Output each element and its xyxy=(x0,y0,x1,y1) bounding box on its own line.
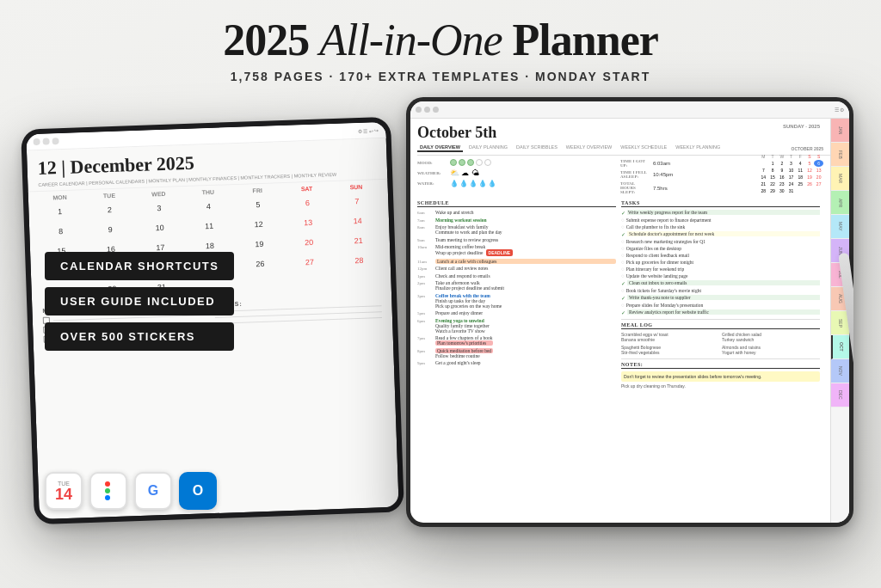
check-1: ✓ xyxy=(621,210,625,216)
mood-label: MOOD: xyxy=(417,161,447,165)
mc-21: 20 xyxy=(814,174,823,181)
mc-32: 31 xyxy=(786,187,796,194)
task-4: ✓ Schedule doctor's appointment for next… xyxy=(621,231,820,237)
mcd-s: S xyxy=(805,153,815,160)
time-7am: 7am xyxy=(417,217,433,223)
tr-schedule-col: SCHEDULE 6am Wake up and stretch 7am Mor… xyxy=(417,200,616,389)
mc-26: 25 xyxy=(796,181,805,187)
mc-30: 29 xyxy=(768,187,778,194)
mood-circles xyxy=(450,159,491,166)
act-9am: Team meeting to review progress xyxy=(435,237,616,242)
act-2pm-2: Finalize project deadline and submit xyxy=(435,285,504,291)
mood-c5 xyxy=(484,159,491,166)
mc-10: 9 xyxy=(777,167,786,174)
mc-20: 19 xyxy=(805,174,815,181)
tab-feb[interactable]: FEB xyxy=(831,143,849,167)
tr-notes-section: NOTES: Don't forget to review the presen… xyxy=(621,358,820,389)
check-4: ✓ xyxy=(621,231,625,237)
water-drops: 💧 💧 💧 💧 💧 xyxy=(450,180,496,187)
drop3: 💧 xyxy=(469,180,477,187)
act-3pm-group: Coffee break with the team Finish up tas… xyxy=(435,293,502,309)
cal-cell-1: 1 xyxy=(35,201,84,222)
time-got-up-val: 6:03am xyxy=(653,161,670,166)
act-8am-group: Enjoy breakfast with family Commute to w… xyxy=(435,224,502,235)
cal-cell-27: 27 xyxy=(285,252,334,273)
task-text-4: Schedule doctor's appointment for next w… xyxy=(627,231,820,236)
mcd-t: T xyxy=(768,153,778,160)
mc-18: 17 xyxy=(786,174,796,181)
app-icons: TUE 14 xyxy=(45,472,217,510)
tab-weekly-planning[interactable]: WEEKLY PLANNING xyxy=(673,144,723,152)
tab-weekly-overview[interactable]: WEEKLY OVERVIEW xyxy=(564,144,615,152)
check-5: ○ xyxy=(621,239,625,244)
time-11am: 11am xyxy=(417,259,433,264)
mc-23: 22 xyxy=(768,181,778,187)
act-8am-2: Commute to work and plan the day xyxy=(435,230,502,235)
notes-line-2 xyxy=(215,311,382,318)
tab-weekly-schedule[interactable]: WEEKLY SCHEDULE xyxy=(618,144,669,152)
tab-oct[interactable]: OCT xyxy=(831,335,849,359)
tab-daily-planning[interactable]: DAILY PLANNING xyxy=(466,144,510,152)
tab-may[interactable]: MAY xyxy=(831,215,849,239)
devices-container: ⚙ ☰ ↩ ↪ 12 | December 2025 CAREER CALEND… xyxy=(28,97,853,536)
title-italic: All-in-One xyxy=(319,15,502,64)
app-icon-gcal: G xyxy=(134,472,172,510)
act-10am-group: Mid-morning coffee break Wrap up project… xyxy=(435,244,513,256)
act-7pm-group: Read a few chapters of a book Plan tomor… xyxy=(435,335,493,346)
reminder-dot-red xyxy=(105,481,110,487)
cal-cell-12: 12 xyxy=(234,214,283,235)
mc-29: 28 xyxy=(759,187,768,194)
time-3pm: 3pm xyxy=(417,293,433,298)
task-8: ○ Pick up groceries for dinner tonight xyxy=(621,260,820,265)
day-sat: SAT xyxy=(282,185,332,193)
cal-cell-e4 xyxy=(336,270,385,291)
app-icon-outlook: O xyxy=(179,472,217,510)
time-5pm: 5pm xyxy=(417,310,433,315)
tr-tasks-col: TASKS ✓ Write weekly progress report for… xyxy=(621,200,820,389)
time-9pm: 9pm xyxy=(417,360,433,365)
badge-user-guide: USER GUIDE INCLUDED xyxy=(45,287,234,315)
cal-cell-13: 13 xyxy=(284,212,333,233)
feature-badges: CALENDAR SHORTCUTS USER GUIDE INCLUDED O… xyxy=(45,252,234,351)
meal-l2: Turkey sandwich xyxy=(722,337,820,342)
mc-today: 6 xyxy=(814,160,823,167)
day-mon: MON xyxy=(35,193,85,201)
mcd-su: S xyxy=(814,153,823,160)
task-10: ○ Update the website landing page xyxy=(621,273,820,279)
task-text-12: Book tickets for Saturday's movie night xyxy=(626,288,820,293)
act-6pm-1: Evening yoga to unwind xyxy=(435,318,490,323)
mc-6: 5 xyxy=(805,160,815,167)
act-9pm: Get a good night's sleep xyxy=(435,360,616,365)
mcd-f: F xyxy=(796,153,805,160)
tl-topbar-icons-right: ⚙ ☰ ↩ ↪ xyxy=(358,127,379,134)
task-5: ○ Research new marketing strategies for … xyxy=(621,239,820,244)
act-10am-deadline: Wrap up project deadline DEADLINE xyxy=(435,249,513,256)
tr-topbar-icon-3 xyxy=(433,107,439,113)
tr-mini-cal: OCTOBER 2025 M T W T F S S 1 2 3 xyxy=(759,146,823,194)
tab-jan[interactable]: JAN xyxy=(831,119,849,143)
task-12: ○ Book tickets for Saturday's movie nigh… xyxy=(621,288,820,293)
sched-item-7pm: 7pm Read a few chapters of a book Plan t… xyxy=(417,335,616,346)
sched-item-3pm: 3pm Coffee break with the team Finish up… xyxy=(417,293,616,309)
act-7pm-2: Plan tomorrow's priorities xyxy=(435,340,493,346)
act-6pm-3: Watch a favorite TV show xyxy=(435,328,490,334)
time-asleep-val: 10:45pm xyxy=(653,172,673,177)
tablet-right: ☰ ⚙ JAN FEB MAR APR MAY JUN JUL AUG SEP … xyxy=(406,97,853,527)
meal-s2: Yogurt with honey xyxy=(722,350,820,355)
tab-daily-overview[interactable]: DAILY OVERVIEW xyxy=(417,144,463,152)
tr-notes-text2: Pick up dry cleaning on Thursday. xyxy=(621,383,820,389)
sched-item-10am: 10am Mid-morning coffee break Wrap up pr… xyxy=(417,244,616,256)
task-text-15: Review analytics report for website traf… xyxy=(627,309,820,315)
tab-dec[interactable]: DEC xyxy=(831,383,849,407)
mood-c4 xyxy=(476,159,483,166)
tab-daily-scribbles[interactable]: DAILY SCRIBBLES xyxy=(514,144,560,152)
drop1: 💧 xyxy=(450,180,459,187)
reminder-dot-blue xyxy=(105,495,110,500)
tab-mar[interactable]: MAR xyxy=(831,167,849,191)
tab-apr[interactable]: APR xyxy=(831,191,849,215)
cal-cell-2: 2 xyxy=(85,199,134,220)
act-1pm: Check and respond to emails xyxy=(435,273,616,279)
task-text-2: Submit expense report to finance departm… xyxy=(626,217,820,223)
cal-cell-28: 28 xyxy=(335,250,384,271)
tab-nov[interactable]: NOV xyxy=(831,359,849,383)
